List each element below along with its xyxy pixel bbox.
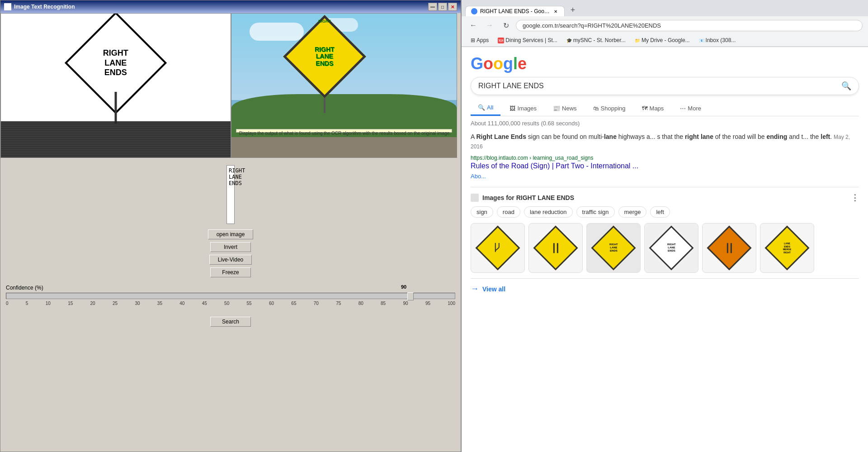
bookmark-dining[interactable]: 🍽 Dining Services | St... bbox=[494, 36, 561, 44]
search-box-display[interactable]: RIGHT LANE ENDS 🔍 bbox=[471, 77, 859, 95]
live-video-button[interactable]: Live-Video bbox=[209, 255, 252, 265]
text-output-container: RIGHT LANE ENDS bbox=[113, 162, 348, 226]
tab-images[interactable]: 🖼 Images bbox=[502, 100, 544, 116]
image-card-4[interactable]: RIGHTLANEENDS bbox=[644, 223, 698, 273]
tab-maps-label: Maps bbox=[650, 105, 664, 112]
road bbox=[231, 137, 457, 157]
app-window: 🖼 Image Text Recognition — □ ✕ RIGHTLANE… bbox=[0, 0, 461, 452]
right-image: RIGHTLANEENDS RIGHT Displays the output … bbox=[231, 13, 457, 158]
image-filter-tags: sign road lane reduction traffic sign me… bbox=[471, 206, 859, 218]
image-card-5[interactable] bbox=[702, 223, 756, 273]
view-all-row[interactable]: → View all bbox=[471, 278, 859, 299]
tooltip: Displays the output of what is found usi… bbox=[236, 129, 452, 133]
bookmark-drive[interactable]: 📁 My Drive - Google... bbox=[631, 36, 693, 44]
result-count: About 111,000,000 results (0.68 seconds) bbox=[471, 120, 859, 127]
images-more-options[interactable]: ⋮ bbox=[851, 193, 859, 203]
right-label: RIGHT bbox=[318, 19, 331, 24]
bookmark-apps[interactable]: ⊞ Apps bbox=[467, 36, 492, 44]
yellow-sign-text: RIGHTLANEENDS bbox=[315, 46, 335, 67]
bottom-search-area: Search bbox=[0, 313, 461, 327]
tab-news[interactable]: 📰 News bbox=[546, 100, 584, 116]
about-link[interactable]: Abo... bbox=[471, 173, 859, 180]
result-url-2: https://blog.intlauto.com › learning_usa… bbox=[471, 155, 859, 161]
tab-more[interactable]: ⋯ More bbox=[673, 100, 708, 116]
browser-chrome: RIGHT LANE ENDS - Google Sea... ✕ + ← → … bbox=[462, 0, 868, 47]
back-button[interactable]: ← bbox=[467, 19, 480, 32]
slider-value: 90 bbox=[401, 284, 406, 290]
bookmark-dining-label: Dining Services | St... bbox=[505, 37, 557, 43]
freeze-button[interactable]: Freeze bbox=[210, 267, 251, 277]
maximize-button[interactable]: □ bbox=[438, 3, 447, 11]
search-tabs: 🔍 All 🖼 Images 📰 News 🛍 Shopping 🗺 Maps … bbox=[471, 100, 859, 116]
result-date-1: May 2, 2016 bbox=[471, 134, 850, 150]
google-logo: Google bbox=[471, 54, 859, 73]
bookmark-mysnc[interactable]: 🎓 mySNC - St. Norber... bbox=[563, 36, 629, 44]
browser-tab-active[interactable]: RIGHT LANE ENDS - Google Sea... ✕ bbox=[465, 6, 565, 16]
tab-news-label: News bbox=[562, 105, 577, 112]
address-field[interactable]: google.com.tr/search?q=RIGHT%20LANE%20EN… bbox=[516, 20, 863, 31]
filter-road[interactable]: road bbox=[497, 206, 520, 218]
title-bar-controls: — □ ✕ bbox=[428, 3, 457, 11]
image-grid: RIGHTLANEENDS RIGHTLANEENDS bbox=[471, 223, 859, 273]
yellow-diamond-sign: RIGHTLANEENDS bbox=[283, 15, 366, 98]
svg-line-2 bbox=[495, 247, 499, 251]
images-section-title: Images for RIGHT LANE ENDS bbox=[482, 194, 574, 201]
image-card-3[interactable]: RIGHTLANEENDS bbox=[586, 223, 641, 273]
white-sign-text: RIGHTLANEENDS bbox=[103, 48, 128, 78]
image-card-1[interactable] bbox=[471, 223, 525, 273]
image-card-6[interactable]: LANEENDSMERGERIGHT bbox=[760, 223, 814, 273]
minimize-button[interactable]: — bbox=[428, 3, 437, 11]
view-all-icon: → bbox=[471, 284, 479, 294]
bookmark-mysnc-label: mySNC - St. Norber... bbox=[573, 37, 626, 43]
title-bar: 🖼 Image Text Recognition — □ ✕ bbox=[0, 0, 461, 13]
recognized-text: RIGHT LANE ENDS bbox=[229, 167, 245, 186]
google-content: Google RIGHT LANE ENDS 🔍 🔍 All 🖼 Images … bbox=[462, 47, 868, 452]
close-button[interactable]: ✕ bbox=[448, 3, 457, 11]
search-button[interactable]: Search bbox=[210, 317, 251, 327]
tab-shopping-label: Shopping bbox=[601, 105, 626, 112]
left-image: RIGHTLANEENDS bbox=[0, 13, 231, 158]
ground-left bbox=[1, 121, 231, 157]
tab-close-button[interactable]: ✕ bbox=[552, 8, 559, 14]
confidence-label: Confidence (%) bbox=[6, 285, 455, 291]
bookmark-inbox[interactable]: 📧 Inbox (308... bbox=[695, 36, 740, 44]
bookmarks-bar: ⊞ Apps 🍽 Dining Services | St... 🎓 mySNC… bbox=[462, 34, 868, 47]
images-section: Images for RIGHT LANE ENDS ⋮ sign road l… bbox=[471, 187, 859, 299]
images-section-icon bbox=[471, 194, 479, 202]
forward-button[interactable]: → bbox=[483, 19, 496, 32]
tab-shopping[interactable]: 🛍 Shopping bbox=[586, 100, 633, 116]
tab-all-label: All bbox=[487, 104, 493, 111]
image-card-2[interactable] bbox=[528, 223, 583, 273]
result-title-2[interactable]: Rules of the Road (Sign) | Part Two - In… bbox=[471, 162, 859, 170]
filter-sign[interactable]: sign bbox=[471, 206, 493, 218]
image-area: RIGHTLANEENDS bbox=[0, 13, 461, 158]
yellow-sign-container: RIGHTLANEENDS RIGHT bbox=[295, 27, 354, 113]
search-query-display: RIGHT LANE ENDS bbox=[478, 82, 841, 90]
browser-panel: RIGHT LANE ENDS - Google Sea... ✕ + ← → … bbox=[461, 0, 868, 452]
images-section-header: Images for RIGHT LANE ENDS ⋮ bbox=[471, 193, 859, 203]
tab-more-label: More bbox=[688, 105, 701, 112]
filter-left[interactable]: left bbox=[650, 206, 670, 218]
open-image-button[interactable]: open image bbox=[208, 229, 254, 239]
slider-thumb[interactable] bbox=[407, 292, 414, 300]
filter-merge[interactable]: merge bbox=[618, 206, 647, 218]
slider-track[interactable]: 90 bbox=[6, 293, 455, 299]
result-snippet-1: A Right Lane Ends sign can be found on m… bbox=[471, 132, 859, 151]
new-tab-button[interactable]: + bbox=[566, 4, 579, 16]
tab-title: RIGHT LANE ENDS - Google Sea... bbox=[480, 8, 550, 14]
view-all-text: View all bbox=[482, 285, 505, 293]
text-output-area: RIGHT LANE ENDS bbox=[226, 165, 235, 224]
bookmark-drive-label: My Drive - Google... bbox=[642, 37, 690, 43]
app-content: RIGHTLANEENDS bbox=[0, 13, 461, 452]
sign-post-left bbox=[115, 92, 117, 124]
browser-tabs: RIGHT LANE ENDS - Google Sea... ✕ + bbox=[462, 0, 868, 16]
refresh-button[interactable]: ↻ bbox=[500, 19, 512, 32]
tab-maps[interactable]: 🗺 Maps bbox=[635, 100, 671, 116]
tab-all[interactable]: 🔍 All bbox=[471, 100, 500, 116]
filter-traffic-sign[interactable]: traffic sign bbox=[576, 206, 615, 218]
invert-button[interactable]: Invert bbox=[210, 242, 251, 252]
bookmark-inbox-label: Inbox (308... bbox=[706, 37, 736, 43]
slider-ticks: 0 5 10 15 20 25 30 35 40 45 50 55 60 65 … bbox=[6, 301, 455, 306]
app-title: Image Text Recognition bbox=[14, 4, 75, 10]
filter-lane-reduction[interactable]: lane reduction bbox=[524, 206, 573, 218]
